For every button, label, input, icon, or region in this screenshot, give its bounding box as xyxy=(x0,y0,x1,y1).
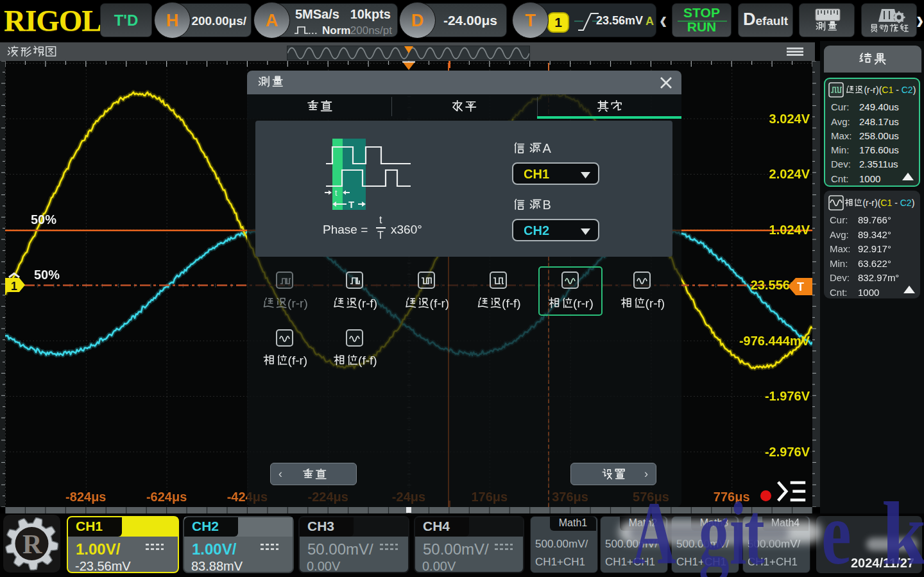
svg-text:R: R xyxy=(22,530,42,559)
svg-text:t: t xyxy=(335,188,338,198)
svg-text:T: T xyxy=(348,199,354,210)
svg-text:T: T xyxy=(797,280,804,293)
svg-text:1: 1 xyxy=(11,280,17,293)
